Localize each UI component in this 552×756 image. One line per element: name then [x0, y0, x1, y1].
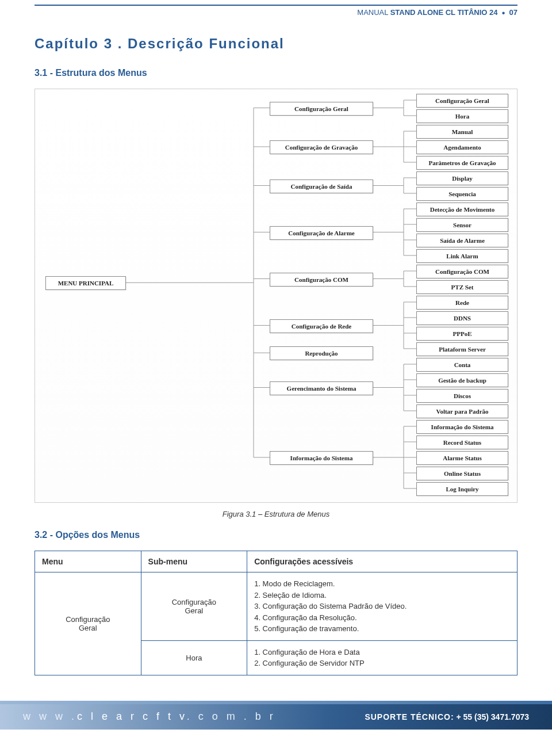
- header-dot: •: [502, 8, 505, 18]
- url-www: w w w .: [23, 711, 77, 722]
- diagram-mid-node: Configuração de Rede: [270, 319, 373, 333]
- th-menu: Menu: [35, 551, 141, 572]
- diagram-mid-node: Configuração Geral: [270, 102, 373, 116]
- diagram-root-node: MENU PRINCIPAL: [45, 276, 126, 290]
- header-rule: [34, 5, 518, 6]
- footer-url: w w w .c l e a r c f t v. c o m . b r: [23, 711, 276, 723]
- footer-main-bar: w w w .c l e a r c f t v. c o m . b r SU…: [0, 704, 552, 730]
- diagram-leaf-node: Link Alarm: [416, 249, 508, 263]
- diagram-leaf-node: Log Inquiry: [416, 482, 508, 496]
- diagram-leaf-node: Alarme Status: [416, 451, 508, 465]
- diagram-leaf-node: Saída de Alarme: [416, 234, 508, 247]
- diagram-leaf-node: PTZ Set: [416, 280, 508, 294]
- header-page: 07: [509, 8, 518, 17]
- diagram-leaf-node: Conta: [416, 358, 508, 372]
- figure-caption: Figura 3.1 – Estrutura de Menus: [34, 510, 518, 518]
- diagram-mid-node: Configuração de Gravação: [270, 140, 373, 154]
- diagram-mid-node: Reprodução: [270, 346, 373, 360]
- table-header-row: Menu Sub-menu Configurações acessíveis: [35, 551, 518, 572]
- diagram-leaf-node: Configuração Geral: [416, 94, 508, 108]
- td-conf: 1. Configuração de Hora e Data2. Configu…: [247, 640, 518, 675]
- diagram-leaf-node: Voltar para Padrão: [416, 404, 508, 418]
- page-content: Capítulo 3 . Descrição Funcional 3.1 - E…: [0, 18, 552, 687]
- td-menu: ConfiguraçãoGeral: [35, 572, 141, 675]
- diagram-mid-node: Informação do Sistema: [270, 451, 373, 465]
- diagram-leaf-node: Discos: [416, 389, 508, 403]
- menu-cell-text: ConfiguraçãoGeral: [66, 615, 110, 632]
- diagram-leaf-node: Detecção de Movimento: [416, 203, 508, 216]
- footer-support: SUPORTE TÉCNICO: + 55 (35) 3471.7073: [365, 712, 529, 721]
- support-number-value: + 55 (35) 3471.7073: [457, 712, 530, 721]
- diagram-leaf-node: Sequencia: [416, 187, 508, 201]
- diagram-leaf-node: Manual: [416, 125, 508, 139]
- diagram-leaf-node: Display: [416, 171, 508, 185]
- url-domain: c l e a r c f t v: [77, 711, 187, 722]
- diagram-leaf-node: Parâmetros de Gravação: [416, 156, 508, 170]
- menu-structure-diagram: Configuração GeralHoraManualAgendamentoP…: [34, 89, 518, 503]
- diagram-leaf-node: Sensor: [416, 218, 508, 232]
- diagram-leaf-node: Agendamento: [416, 140, 508, 154]
- th-submenu: Sub-menu: [141, 551, 247, 572]
- header-text: MANUAL STAND ALONE CL TITÂNIO 24 • 07: [0, 8, 518, 18]
- diagram-mid-node: Configuração COM: [270, 273, 373, 287]
- diagram-leaf-node: Configuração COM: [416, 265, 508, 278]
- sub-cell-text: ConfiguraçãoGeral: [172, 598, 216, 615]
- diagram-mid-node: Configuração de Saída: [270, 180, 373, 193]
- th-config: Configurações acessíveis: [247, 551, 518, 572]
- td-conf: 1. Modo de Reciclagem.2. Seleção de Idio…: [247, 572, 518, 641]
- section-3-2-title: 3.2 - Opções dos Menus: [34, 530, 518, 540]
- diagram-leaf-node: Record Status: [416, 436, 508, 449]
- header-prefix: MANUAL: [357, 8, 388, 17]
- diagram-leaf-node: Gestão de backup: [416, 373, 508, 387]
- chapter-title: Capítulo 3 . Descrição Funcional: [34, 36, 518, 52]
- td-sub: ConfiguraçãoGeral: [141, 572, 247, 641]
- diagram-leaf-node: Plataform Server: [416, 342, 508, 356]
- diagram-leaf-node: Rede: [416, 296, 508, 310]
- section-3-1-title: 3.1 - Estrutura dos Menus: [34, 68, 518, 78]
- table-row: ConfiguraçãoGeral ConfiguraçãoGeral 1. M…: [35, 572, 518, 641]
- td-sub: Hora: [141, 640, 247, 675]
- diagram-leaf-node: Informação do Sistema: [416, 420, 508, 434]
- support-label: SUPORTE TÉCNICO:: [365, 712, 454, 721]
- diagram-leaf-node: Online Status: [416, 467, 508, 480]
- url-tld: . c o m . b r: [187, 711, 276, 722]
- header-title: STAND ALONE CL TITÂNIO 24: [390, 8, 498, 17]
- diagram-leaf-node: PPPoE: [416, 327, 508, 341]
- menu-options-table: Menu Sub-menu Configurações acessíveis C…: [34, 551, 518, 675]
- diagram-mid-node: Gerencimanto do Sistema: [270, 381, 373, 395]
- diagram-leaf-node: DDNS: [416, 311, 508, 325]
- diagram-mid-node: Configuração de Alarme: [270, 226, 373, 240]
- page-footer: w w w .c l e a r c f t v. c o m . b r SU…: [0, 701, 552, 733]
- diagram-leaf-node: Hora: [416, 109, 508, 123]
